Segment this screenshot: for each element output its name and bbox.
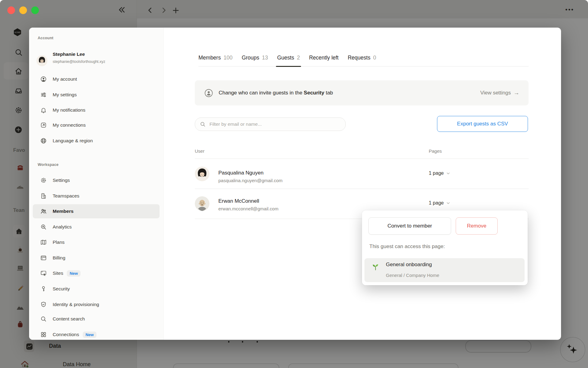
tab-members[interactable]: Members100: [198, 55, 232, 66]
sliders-icon: [40, 91, 47, 98]
pages-column-header: Pages: [429, 148, 442, 154]
export-guests-button[interactable]: Export guests as CSV: [437, 116, 528, 132]
sidebar-item-security[interactable]: Security: [33, 282, 160, 296]
guest-access-caption: This guest can access this page:: [369, 243, 445, 250]
settings-sidebar: Account Stephanie Lee stephanie@toolsfor…: [29, 28, 164, 340]
sidebar-item-content-search[interactable]: Content search: [33, 312, 160, 326]
user-email: stephanie@toolsforthought.xyz: [53, 59, 105, 64]
chevron-down-icon: [446, 171, 450, 175]
seedling-icon: [371, 263, 380, 271]
sidebar-item-analytics[interactable]: Analytics: [33, 220, 160, 234]
zoom-button[interactable]: [31, 6, 39, 14]
app-window: ••• ACME Favo Tean: [0, 0, 588, 368]
guest-actions-popover: Convert to member Remove This guest can …: [362, 210, 528, 285]
sidebar-item-my-settings[interactable]: My settings: [33, 88, 160, 102]
workspace-section-label: Workspace: [38, 163, 58, 167]
sidebar-item-my-connections[interactable]: My connections: [33, 118, 160, 132]
tab-guests[interactable]: Guests2: [277, 55, 300, 66]
sidebar-item-my-account[interactable]: My account: [33, 72, 160, 86]
person-circle-icon: [40, 76, 47, 82]
sidebar-item-billing[interactable]: Billing: [33, 251, 160, 265]
gear-icon: [40, 177, 47, 184]
sidebar-item-connections[interactable]: Connections New: [33, 328, 160, 342]
pages-dropdown[interactable]: 1 page: [429, 200, 450, 206]
tab-recently-left[interactable]: Recently left: [309, 55, 338, 66]
credit-card-icon: [40, 255, 47, 261]
person-badge-icon: [204, 89, 213, 98]
close-button[interactable]: [7, 6, 15, 14]
building-icon: [40, 193, 47, 199]
remove-guest-button[interactable]: Remove: [456, 217, 498, 235]
new-badge: New: [67, 270, 81, 277]
search-icon: [200, 121, 206, 127]
tab-requests[interactable]: Requests0: [348, 55, 376, 66]
window-controls: [7, 6, 39, 14]
accessible-page-item[interactable]: General onboarding General / Company Hom…: [364, 258, 525, 282]
magnifier-icon: [40, 316, 47, 322]
user-name: Stephanie Lee: [53, 52, 85, 57]
bell-icon: [40, 107, 47, 113]
invite-guests-banner: Change who can invite guests in the Secu…: [195, 80, 529, 105]
sidebar-item-teamspaces[interactable]: Teamspaces: [33, 189, 160, 203]
browser-cursor-icon: [40, 270, 47, 277]
banner-text: Change who can invite guests in the Secu…: [219, 90, 333, 96]
sidebar-item-plans[interactable]: Plans: [33, 235, 160, 249]
view-settings-link[interactable]: View settings→: [480, 90, 519, 96]
guest-filter: [195, 117, 346, 131]
divider: [195, 189, 529, 189]
minimize-button[interactable]: [19, 6, 27, 14]
key-icon: [40, 286, 47, 292]
avatar: [36, 55, 47, 66]
settings-dialog: Account Stephanie Lee stephanie@toolsfor…: [29, 28, 561, 340]
sidebar-item-my-notifications[interactable]: My notifications: [33, 103, 160, 117]
tab-groups[interactable]: Groups13: [242, 55, 268, 66]
user-column-header: User: [195, 148, 205, 154]
convert-to-member-button[interactable]: Convert to member: [368, 217, 451, 235]
sidebar-item-members[interactable]: Members: [33, 204, 160, 218]
arrow-up-right-box-icon: [40, 122, 47, 128]
page-title: General onboarding: [386, 262, 432, 268]
sidebar-item-sites[interactable]: Sites New: [33, 266, 160, 280]
shield-check-icon: [40, 301, 47, 308]
member-tabs: Members100 Groups13 Guests2 Recently lef…: [198, 55, 529, 67]
sidebar-item-language-region[interactable]: Language & region: [33, 134, 160, 148]
members-page: Members100 Groups13 Guests2 Recently lef…: [163, 28, 561, 340]
map-icon: [40, 239, 47, 246]
avatar: [195, 196, 209, 211]
account-section-label: Account: [38, 36, 53, 40]
page-path: General / Company Home: [386, 273, 439, 278]
pages-dropdown[interactable]: 1 page: [429, 171, 450, 176]
people-icon: [40, 208, 47, 215]
sidebar-item-identity-provisioning[interactable]: Identity & provisioning: [33, 297, 160, 312]
sidebar-item-settings[interactable]: Settings: [33, 173, 160, 187]
magnifier-plus-icon: [40, 224, 47, 230]
avatar: [195, 167, 209, 181]
globe-icon: [40, 137, 47, 144]
arrow-right-icon: →: [514, 90, 519, 96]
divider: [195, 159, 529, 159]
filter-input[interactable]: [209, 121, 333, 127]
grid-icon: [40, 331, 47, 338]
chevron-down-icon: [446, 201, 450, 205]
new-badge: New: [83, 332, 96, 338]
